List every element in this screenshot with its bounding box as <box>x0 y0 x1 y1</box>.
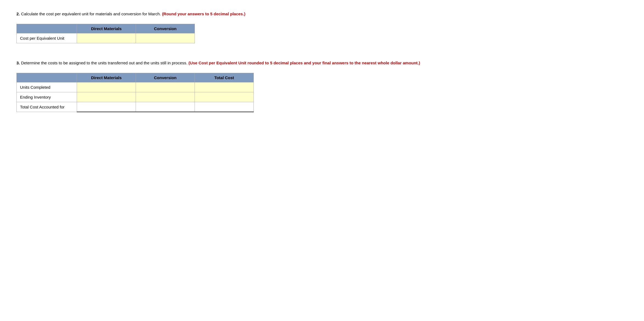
q3-header-total-cost: Total Cost <box>195 73 254 82</box>
question-3-number: 3. <box>16 61 20 65</box>
question-3-text: 3. Determine the costs to be assigned to… <box>16 60 628 66</box>
q3-row-label-ending-inventory: Ending Inventory <box>17 92 77 102</box>
q2-dm-input[interactable] <box>77 33 136 43</box>
q3-total-cost-total[interactable] <box>195 102 254 112</box>
q3-ending-inv-conv[interactable] <box>136 92 195 102</box>
q2-row-label: Cost per Equivalent Unit <box>17 33 77 43</box>
q2-header-conversion: Conversion <box>136 24 195 33</box>
q2-conv-field[interactable] <box>139 36 191 41</box>
q3-row-label-units-completed: Units Completed <box>17 82 77 92</box>
question-2-table: Direct Materials Conversion Cost per Equ… <box>16 24 195 43</box>
question-2-body: Calculate the cost per equivalent unit f… <box>21 12 161 16</box>
q3-units-completed-conv[interactable] <box>136 82 195 92</box>
question-3-body: Determine the costs to be assigned to th… <box>21 61 187 65</box>
q3-row-ending-inventory: Ending Inventory <box>17 92 254 102</box>
q3-ending-inv-total-field[interactable] <box>198 95 250 99</box>
q3-ending-inv-dm-field[interactable] <box>80 95 132 99</box>
q3-units-completed-total[interactable] <box>195 82 254 92</box>
question-3-table: Direct Materials Conversion Total Cost U… <box>16 73 254 112</box>
question-2-number: 2. <box>16 12 20 16</box>
q3-ending-inv-conv-field[interactable] <box>139 95 191 99</box>
question-2-block: 2. Calculate the cost per equivalent uni… <box>16 11 628 43</box>
q3-total-cost-conv[interactable] <box>136 102 195 112</box>
q2-header-direct-materials: Direct Materials <box>77 24 136 33</box>
q2-dm-field[interactable] <box>80 36 132 41</box>
q3-header-empty <box>17 73 77 82</box>
q3-header-direct-materials: Direct Materials <box>77 73 136 82</box>
question-3-block: 3. Determine the costs to be assigned to… <box>16 60 628 112</box>
q3-header-conversion: Conversion <box>136 73 195 82</box>
q3-total-cost-total-field[interactable] <box>198 104 250 109</box>
q3-row-units-completed: Units Completed <box>17 82 254 92</box>
q3-ending-inv-total[interactable] <box>195 92 254 102</box>
q3-units-completed-dm[interactable] <box>77 82 136 92</box>
q2-row-cost-per-unit: Cost per Equivalent Unit <box>17 33 195 43</box>
q2-header-empty <box>17 24 77 33</box>
question-3-highlight: (Use Cost per Equivalent Unit rounded to… <box>189 61 420 65</box>
q3-total-cost-dm-field[interactable] <box>80 104 132 109</box>
q3-row-label-total-cost: Total Cost Accounted for <box>17 102 77 112</box>
q3-total-cost-dm[interactable] <box>77 102 136 112</box>
q3-units-completed-dm-field[interactable] <box>80 85 132 90</box>
question-2-highlight: (Round your answers to 5 decimal places.… <box>162 12 245 16</box>
q3-row-total-cost: Total Cost Accounted for <box>17 102 254 112</box>
question-2-text: 2. Calculate the cost per equivalent uni… <box>16 11 628 17</box>
q3-units-completed-conv-field[interactable] <box>139 85 191 90</box>
q3-ending-inv-dm[interactable] <box>77 92 136 102</box>
q3-units-completed-total-field[interactable] <box>198 85 250 90</box>
q2-conv-input[interactable] <box>136 33 195 43</box>
q3-total-cost-conv-field[interactable] <box>139 104 191 109</box>
